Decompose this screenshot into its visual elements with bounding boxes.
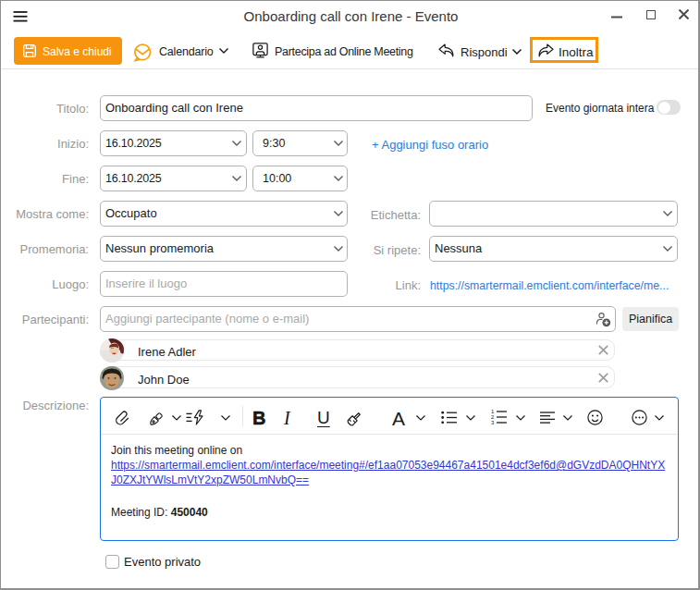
svg-text:3: 3: [491, 420, 495, 425]
